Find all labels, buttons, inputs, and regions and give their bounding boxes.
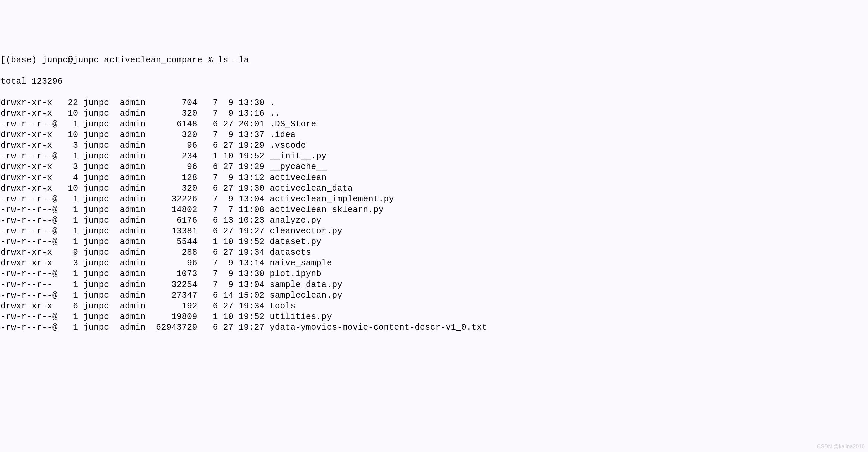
file-row: -rw-r--r--@ 1 junpc admin 19809 1 10 19:…: [1, 312, 867, 322]
file-row: -rw-r--r--@ 1 junpc admin 14802 7 7 11:0…: [1, 205, 867, 215]
file-row: -rw-r--r--@ 1 junpc admin 13381 6 27 19:…: [1, 226, 867, 237]
file-row: -rw-r--r--@ 1 junpc admin 6148 6 27 20:0…: [1, 119, 867, 130]
file-row: drwxr-xr-x 6 junpc admin 192 6 27 19:34 …: [1, 301, 867, 312]
file-row: drwxr-xr-x 3 junpc admin 96 7 9 13:14 na…: [1, 258, 867, 269]
file-row: -rw-r--r--@ 1 junpc admin 1073 7 9 13:30…: [1, 269, 867, 280]
file-row: drwxr-xr-x 3 junpc admin 96 6 27 19:29 .…: [1, 140, 867, 151]
file-row: drwxr-xr-x 10 junpc admin 320 7 9 13:16 …: [1, 108, 867, 119]
file-row: -rw-r--r--@ 1 junpc admin 6176 6 13 10:2…: [1, 215, 867, 226]
file-row: drwxr-xr-x 10 junpc admin 320 6 27 19:30…: [1, 183, 867, 194]
terminal-output[interactable]: [(base) junpc@junpc activeclean_compare …: [1, 44, 867, 344]
file-row: -rw-r--r-- 1 junpc admin 32254 7 9 13:04…: [1, 280, 867, 290]
file-row: -rw-r--r--@ 1 junpc admin 62943729 6 27 …: [1, 322, 867, 333]
file-row: -rw-r--r--@ 1 junpc admin 27347 6 14 15:…: [1, 290, 867, 301]
total-line: total 123296: [1, 76, 867, 87]
file-row: -rw-r--r--@ 1 junpc admin 5544 1 10 19:5…: [1, 237, 867, 247]
file-row: drwxr-xr-x 10 junpc admin 320 7 9 13:37 …: [1, 130, 867, 140]
file-listing: drwxr-xr-x 22 junpc admin 704 7 9 13:30 …: [1, 97, 867, 333]
file-row: drwxr-xr-x 3 junpc admin 96 6 27 19:29 _…: [1, 162, 867, 172]
file-row: drwxr-xr-x 9 junpc admin 288 6 27 19:34 …: [1, 247, 867, 258]
file-row: -rw-r--r--@ 1 junpc admin 32226 7 9 13:0…: [1, 194, 867, 205]
command-prompt-line: [(base) junpc@junpc activeclean_compare …: [1, 55, 867, 65]
file-row: drwxr-xr-x 4 junpc admin 128 7 9 13:12 a…: [1, 172, 867, 183]
file-row: drwxr-xr-x 22 junpc admin 704 7 9 13:30 …: [1, 97, 867, 108]
file-row: -rw-r--r--@ 1 junpc admin 234 1 10 19:52…: [1, 151, 867, 162]
